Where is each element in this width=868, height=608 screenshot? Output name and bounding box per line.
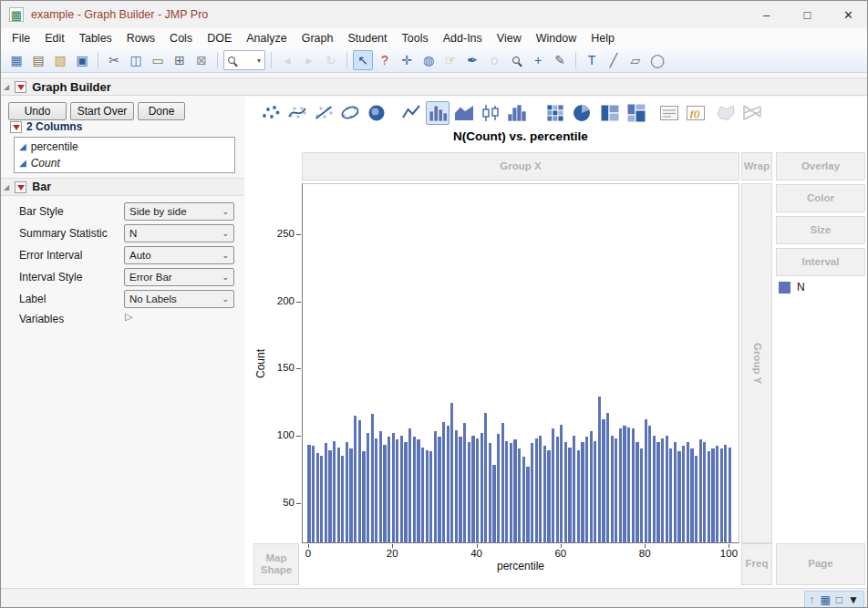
- element-formula-icon[interactable]: f(): [684, 101, 708, 125]
- bar[interactable]: [426, 450, 429, 543]
- bar[interactable]: [501, 423, 504, 543]
- bar[interactable]: [316, 453, 319, 543]
- bar-section-header[interactable]: ◢ Bar: [1, 178, 243, 196]
- bar[interactable]: [333, 441, 336, 543]
- bar[interactable]: [598, 397, 601, 543]
- menu-window[interactable]: Window: [529, 30, 584, 46]
- help-tool-icon[interactable]: ?: [375, 50, 395, 70]
- bar[interactable]: [703, 442, 706, 543]
- bar[interactable]: [476, 438, 479, 543]
- lock-icon[interactable]: ⊠: [191, 50, 212, 70]
- bar[interactable]: [404, 442, 407, 543]
- menu-tools[interactable]: Tools: [395, 30, 436, 46]
- bar[interactable]: [480, 433, 483, 543]
- bar[interactable]: [492, 465, 495, 543]
- chart-title[interactable]: N(Count) vs. percentile: [302, 129, 739, 143]
- bar[interactable]: [312, 446, 315, 543]
- grabber-tool-icon[interactable]: ☞: [440, 50, 460, 70]
- bar[interactable]: [408, 428, 411, 543]
- bar[interactable]: [307, 445, 310, 543]
- element-bar-icon[interactable]: [426, 101, 450, 125]
- bar[interactable]: [708, 451, 710, 543]
- menu-help[interactable]: Help: [584, 30, 622, 46]
- bar[interactable]: [615, 438, 617, 543]
- legend[interactable]: N: [779, 281, 805, 294]
- bar[interactable]: [346, 442, 348, 543]
- bar[interactable]: [383, 445, 386, 543]
- bar[interactable]: [666, 436, 668, 543]
- bar[interactable]: [320, 456, 323, 543]
- summary-statistic-dropdown[interactable]: N⌄: [124, 224, 234, 242]
- red-triangle-menu-icon[interactable]: [15, 181, 26, 193]
- bar[interactable]: [438, 437, 440, 543]
- crosshair-tool-icon[interactable]: ✛: [397, 50, 417, 70]
- drop-zone-group-y[interactable]: Group Y: [741, 183, 772, 543]
- error-interval-dropdown[interactable]: Auto⌄: [124, 246, 234, 264]
- bar[interactable]: [421, 448, 424, 543]
- bar[interactable]: [568, 448, 571, 543]
- bar[interactable]: [362, 451, 365, 543]
- bar[interactable]: [429, 451, 432, 543]
- bar[interactable]: [547, 450, 550, 543]
- red-triangle-menu-icon[interactable]: [15, 81, 26, 93]
- bar[interactable]: [455, 430, 458, 543]
- data-table-icon[interactable]: ▦: [821, 594, 831, 605]
- menu-file[interactable]: File: [5, 30, 37, 46]
- bar[interactable]: [556, 437, 559, 543]
- bar[interactable]: [358, 420, 361, 543]
- element-line-of-fit-icon[interactable]: [312, 101, 336, 125]
- bar[interactable]: [375, 438, 377, 543]
- red-triangle-menu-icon[interactable]: [10, 121, 22, 133]
- bar[interactable]: [640, 448, 643, 543]
- text-annotation-icon[interactable]: T: [582, 50, 602, 70]
- element-histogram-icon[interactable]: [505, 101, 529, 125]
- drop-zone-page[interactable]: Page: [776, 543, 865, 585]
- menu-add-ins[interactable]: Add-Ins: [436, 30, 490, 46]
- bar[interactable]: [526, 467, 529, 543]
- cut-icon[interactable]: ✂: [104, 50, 124, 70]
- label-dropdown[interactable]: No Labels⌄: [124, 290, 234, 308]
- close-button[interactable]: ✕: [828, 1, 868, 28]
- done-button[interactable]: Done: [138, 102, 185, 120]
- bar[interactable]: [590, 431, 593, 543]
- drop-zone-interval[interactable]: Interval: [776, 248, 865, 276]
- bar[interactable]: [543, 446, 546, 543]
- x-axis-title[interactable]: percentile: [302, 560, 739, 572]
- pencil-tool-icon[interactable]: ✎: [550, 50, 570, 70]
- oval-annotation-icon[interactable]: ◯: [647, 50, 667, 70]
- bar[interactable]: [648, 426, 651, 543]
- drop-zone-color[interactable]: Color: [776, 184, 865, 212]
- bar[interactable]: [518, 448, 521, 543]
- menu-view[interactable]: View: [490, 30, 529, 46]
- start-over-button[interactable]: Start Over: [70, 102, 134, 120]
- bar[interactable]: [513, 439, 516, 543]
- bar[interactable]: [653, 436, 656, 543]
- bar[interactable]: [468, 442, 470, 543]
- bar[interactable]: [497, 434, 500, 543]
- bar[interactable]: [442, 422, 445, 543]
- bar[interactable]: [720, 448, 723, 543]
- element-line-icon[interactable]: [399, 101, 423, 125]
- drop-zone-group-x[interactable]: Group X: [302, 152, 739, 180]
- save-icon[interactable]: ▣: [72, 50, 92, 70]
- bar[interactable]: [606, 413, 609, 543]
- bar[interactable]: [699, 439, 702, 543]
- bar[interactable]: [619, 428, 622, 543]
- bar[interactable]: [400, 436, 403, 543]
- element-points-icon[interactable]: [259, 101, 283, 125]
- bar[interactable]: [632, 428, 635, 543]
- element-mosaic-icon[interactable]: [625, 101, 648, 125]
- bar[interactable]: [392, 433, 395, 543]
- bar[interactable]: [505, 441, 508, 543]
- interval-style-dropdown[interactable]: Error Bar⌄: [124, 268, 234, 286]
- bar[interactable]: [349, 448, 352, 543]
- shape-annotation-icon[interactable]: ▱: [625, 50, 646, 70]
- bar[interactable]: [577, 450, 580, 543]
- scroll-top-icon[interactable]: ↑: [810, 594, 815, 605]
- element-box-plot-icon[interactable]: [479, 101, 502, 125]
- bar[interactable]: [627, 428, 630, 543]
- bar[interactable]: [690, 448, 693, 543]
- bar[interactable]: [611, 436, 614, 543]
- bar[interactable]: [328, 450, 331, 543]
- bar[interactable]: [388, 437, 390, 543]
